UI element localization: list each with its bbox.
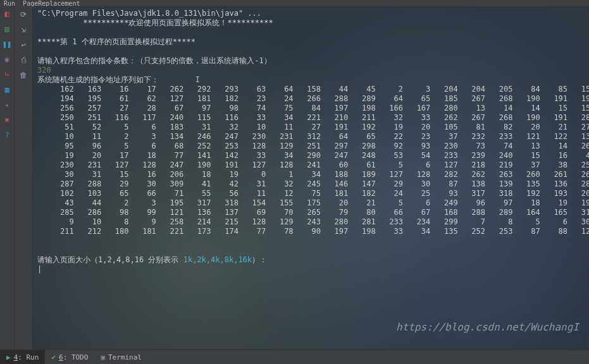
run-tab-label: Run [27, 353, 39, 361]
tab-terminal[interactable]: ▣ Terminal [94, 350, 148, 364]
help-icon[interactable]: ? [2, 130, 12, 140]
rerun-icon[interactable]: ⟳ [17, 9, 30, 20]
console-panel[interactable]: "C:\Program Files\Java\jdk1.8.0_131\bin\… [32, 6, 589, 349]
scroll-to-end-icon[interactable]: ⇲ [17, 24, 30, 35]
run-accel: 4 [14, 353, 18, 361]
structure-icon[interactable]: ▤ [2, 24, 12, 34]
run-tool-strip: ⟳⇲↩⎙🗑 [14, 6, 32, 349]
print-icon[interactable]: ⎙ [17, 54, 30, 66]
exit-icon[interactable]: ⤷ [2, 70, 12, 80]
terminal-tab-label: Terminal [108, 353, 142, 361]
todo-icon: ✔ [51, 353, 56, 361]
tab-run[interactable]: ▶ 4: Run [0, 350, 45, 364]
database-icon[interactable]: ▦ [2, 85, 12, 95]
top-bar: Run PageReplacement [0, 0, 589, 6]
play-icon: ▶ [6, 353, 11, 361]
soft-wrap-icon[interactable]: ↩ [17, 39, 30, 51]
todo-tab-label: TODO [71, 353, 89, 361]
left-tool-strip: ◧▤❚❚◉⤷▦✦✖? [0, 6, 14, 349]
trash-icon[interactable]: 🗑 [17, 70, 30, 81]
close-icon[interactable]: ✖ [2, 115, 12, 125]
pause-icon[interactable]: ❚❚ [2, 39, 12, 49]
tab-todo[interactable]: ✔ 6: TODO [45, 350, 94, 364]
console-output[interactable]: "C:\Program Files\Java\jdk1.8.0_131\bin\… [32, 6, 589, 277]
terminal-icon: ▣ [101, 353, 105, 361]
todo-accel: 6 [59, 353, 63, 361]
run-label: Run [4, 0, 15, 7]
run-config-name: PageReplacement [23, 0, 80, 7]
project-icon[interactable]: ◧ [2, 9, 12, 19]
watermark-text: https://blog.csdn.net/WuchangI [396, 321, 579, 333]
bottom-tool-bar: ▶ 4: Run ✔ 6: TODO ▣ Terminal [0, 349, 589, 364]
camera-icon[interactable]: ◉ [2, 54, 12, 64]
debug-icon[interactable]: ✦ [2, 100, 12, 110]
